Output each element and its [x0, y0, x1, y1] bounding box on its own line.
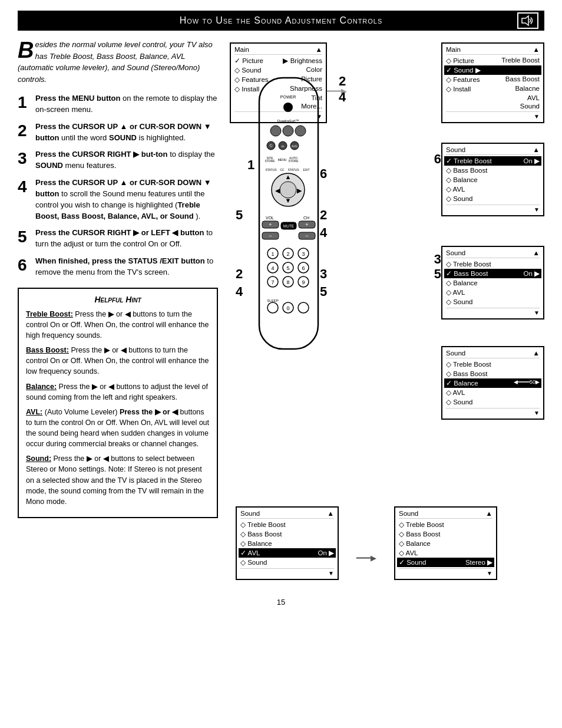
step-2-text: Press the CURSOR UP ▲ or CUR-SOR DOWN ▼ … [35, 121, 218, 144]
left-column: Besides the normal volume level control,… [18, 31, 218, 518]
menu-item-sound-main: Sound [446, 102, 540, 110]
diagram-step-6-label: 6 [434, 151, 441, 167]
svg-text:QuadraSurf™: QuadraSurf™ [277, 119, 299, 123]
right-column: Main ▲ ✓ Picture▶ Brightness ◇ SoundColo… [224, 31, 544, 518]
svg-text:m: m [282, 144, 285, 148]
treble-boost-3: ◇ Treble Boost [446, 360, 540, 369]
menu-item-avl-main: AVL [446, 94, 540, 102]
sound-menu-bass-footer: ▼ [446, 308, 540, 316]
sound-menu-avl: Sound ▲ ◇ Treble Boost ◇ Bass Boost ◇ Ba… [236, 506, 339, 580]
diagram-step-5-label: 5 [434, 266, 441, 282]
avl-1: ◇ AVL [446, 185, 540, 194]
sound-menu-stereo-title: Sound ▲ [399, 510, 492, 519]
sound-1: ◇ Sound [446, 194, 540, 203]
svg-text:1: 1 [271, 251, 274, 257]
step-4: 4 Press the CURSOR UP ▲ or CUR-SOR DOWN … [18, 177, 218, 222]
sound-menu-bass-title: Sound ▲ [446, 249, 540, 258]
sound-menu-balance-title: Sound ▲ [446, 350, 540, 358]
bottom-section: Sound ▲ ◇ Treble Boost ◇ Bass Boost ◇ Ba… [18, 524, 544, 586]
sound-avl: ◇ Sound [240, 558, 334, 567]
step-1-number: 1 [18, 94, 31, 111]
diagram-step-3-label: 3 [434, 252, 441, 267]
step-3: 3 Press the CURSOR RIGHT ▶ but-ton to di… [18, 149, 218, 172]
hint-balance: Balance: Press the ▶ or ◀ buttons to adj… [26, 381, 210, 403]
svg-text:STORE: STORE [288, 159, 299, 163]
intro-text: Besides the normal volume level control,… [18, 39, 218, 85]
svg-text:STATUS: STATUS [266, 168, 277, 172]
step-5-text: Press the CURSOR RIGHT ▶ or LEFT ◀ butto… [35, 228, 218, 250]
menu-item-sound-2-selected: ✓ Sound ▶ [444, 65, 541, 75]
svg-text:VOL: VOL [266, 216, 274, 220]
drop-cap: B [18, 41, 34, 59]
svg-text:4: 4 [236, 284, 243, 299]
treble-boost-2: ◇ Treble Boost [446, 259, 540, 269]
svg-point-7 [295, 126, 306, 136]
svg-text:3: 3 [320, 266, 327, 281]
step-2: 2 Press the CURSOR UP ▲ or CUR-SOR DOWN … [18, 121, 218, 144]
step-3-text: Press the CURSOR RIGHT ▶ but-ton to disp… [35, 149, 218, 172]
svg-text:STATUS: STATUS [288, 168, 300, 172]
svg-text:2: 2 [320, 207, 327, 222]
svg-text:3: 3 [302, 251, 305, 257]
avl-3: ◇ AVL [446, 388, 540, 397]
sound-menu-avl-title: Sound ▲ [240, 510, 334, 519]
svg-text:4: 4 [271, 265, 274, 271]
treble-boost-avl: ◇ Treble Boost [240, 520, 334, 529]
hint-sound: Sound: Press the ▶ or ◀ buttons to selec… [26, 453, 210, 507]
hint-treble-boost: Treble Boost: Press the ▶ or ◀ buttons t… [26, 309, 210, 341]
menu-item-picture: ✓ Picture▶ Brightness [234, 56, 322, 65]
bass-boost-3: ◇ Bass Boost [446, 369, 540, 378]
svg-text:MENU: MENU [278, 158, 287, 162]
svg-text:6: 6 [302, 265, 305, 271]
steps-list: 1 Press the MENU button on the remote to… [18, 93, 218, 278]
sound-menu-balance-footer: ▼ [446, 408, 540, 416]
header-title: How to Use the Sound Adjustment Controls [180, 15, 383, 26]
balance-selected: ✓ Balance◀━━━━50▶ [444, 378, 541, 388]
svg-text:7: 7 [271, 279, 274, 285]
page-number: 15 [0, 598, 562, 607]
intro-body: esides the normal volume level control, … [18, 40, 213, 84]
step-4-text: Press the CURSOR UP ▲ or CUR-SOR DOWN ▼ … [35, 177, 218, 222]
avl-stereo: ◇ AVL [399, 548, 492, 558]
svg-text:SLEEP: SLEEP [267, 299, 278, 302]
svg-text:STORE: STORE [265, 159, 275, 163]
svg-text:5: 5 [286, 265, 289, 271]
svg-point-5 [270, 126, 281, 136]
step-6: 6 When finished, press the STATUS /EXIT … [18, 256, 218, 278]
main-menu-box-2: Main ▲ ◇ PictureTreble Boost ✓ Sound ▶ ◇… [441, 42, 544, 123]
svg-text:1: 1 [247, 157, 254, 172]
menu-footer-2: ▼ [446, 111, 540, 120]
svg-point-6 [283, 126, 293, 136]
step-5-number: 5 [18, 229, 31, 245]
svg-text:▲: ▲ [285, 173, 292, 180]
menu-item-features-2: ◇ FeaturesBass Boost [446, 75, 540, 84]
treble-boost-stereo: ◇ Treble Boost [399, 520, 492, 529]
svg-text:9: 9 [302, 279, 305, 285]
svg-text:−: − [305, 233, 308, 239]
svg-text:8: 8 [286, 279, 289, 285]
svg-text:POWER: POWER [280, 95, 296, 99]
sound-menu-treble-footer: ▼ [446, 205, 540, 213]
page-header: How to Use the Sound Adjustment Controls [18, 11, 544, 31]
hint-title: Helpful Hint [26, 295, 210, 304]
sound-menu-treble-title: Sound ▲ [446, 146, 540, 155]
svg-text:◀: ◀ [275, 187, 280, 194]
step-5: 5 Press the CURSOR RIGHT ▶ or LEFT ◀ but… [18, 228, 218, 250]
step-2-number: 2 [18, 123, 31, 139]
bass-boost-avl: ◇ Bass Boost [240, 529, 334, 539]
avl-2: ◇ AVL [446, 288, 540, 297]
hint-bass-boost: Bass Boost: Press the ▶ or ◀ buttons to … [26, 345, 210, 377]
svg-text:MUTE: MUTE [283, 224, 295, 228]
svg-text:+: + [269, 222, 272, 228]
svg-text:©: © [269, 144, 273, 148]
svg-text:2: 2 [286, 251, 289, 257]
sound-menu-balance: Sound ▲ ◇ Treble Boost ◇ Bass Boost ✓ Ba… [441, 346, 544, 420]
bottom-arrow: ━━━▶ [356, 554, 376, 586]
bass-boost-1: ◇ Bass Boost [446, 166, 540, 175]
avl-selected: ✓ AVLOn ▶ [239, 548, 336, 558]
menu-title-2: Main ▲ [446, 46, 540, 55]
sound-3: ◇ Sound [446, 397, 540, 407]
svg-text:CC: CC [280, 168, 285, 172]
hint-box: Helpful Hint Treble Boost: Press the ▶ o… [18, 288, 218, 518]
svg-point-60 [267, 302, 278, 313]
